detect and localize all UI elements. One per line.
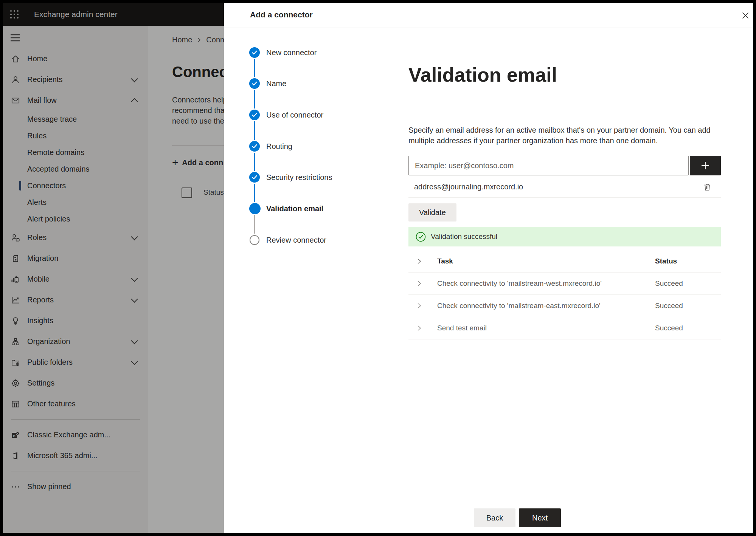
validation-success-banner: Validation successful (408, 227, 721, 246)
step-done-icon (249, 110, 260, 120)
email-address-value: address@journaling.mxrecord.io (414, 183, 523, 191)
wizard-divider (383, 28, 383, 533)
plus-icon (700, 160, 711, 171)
table-row[interactable]: Send test email Succeed (408, 317, 721, 339)
task-cell: Check connectivity to 'mailstream-west.m… (437, 279, 602, 288)
status-cell: Succeed (655, 324, 683, 332)
close-icon[interactable] (739, 9, 752, 22)
add-connector-dialog: Add a connector New connector Name (224, 3, 753, 533)
step-done-icon (249, 47, 260, 58)
step-heading: Validation email (408, 64, 557, 86)
table-header-row: Task Status (408, 251, 721, 271)
table-divider (408, 339, 721, 339)
status-cell: Succeed (655, 279, 683, 288)
validate-button[interactable]: Validate (408, 203, 456, 222)
step-connector-line (254, 184, 255, 202)
success-check-icon (415, 231, 426, 242)
column-header-task: Task (437, 257, 453, 265)
chevron-right-icon[interactable] (414, 257, 424, 266)
step-description: Specify an email address for an active m… (408, 125, 711, 146)
banner-text: Validation successful (431, 232, 497, 241)
dialog-title: Add a connector (250, 10, 313, 19)
step-connector-line (254, 121, 255, 140)
trash-icon[interactable] (702, 181, 713, 193)
add-email-button[interactable] (690, 156, 721, 175)
step-connector-line (254, 153, 255, 171)
step-done-icon (249, 172, 260, 183)
step-current-icon (249, 203, 260, 214)
status-cell: Succeed (655, 302, 683, 310)
dialog-content: Validation email Specify an email addres… (408, 3, 721, 533)
chevron-right-icon[interactable] (414, 301, 424, 310)
back-button[interactable]: Back (474, 508, 515, 527)
step-connector-line (254, 215, 255, 234)
step-connector-line (254, 90, 255, 108)
step-connector-line (254, 59, 255, 77)
next-button[interactable]: Next (519, 508, 561, 527)
table-row[interactable]: Check connectivity to 'mailstream-east.m… (408, 295, 721, 317)
email-address-row: address@journaling.mxrecord.io (408, 177, 721, 198)
task-cell: Send test email (437, 324, 487, 332)
screen: Exchange admin center Home Recipients Ma… (3, 3, 753, 533)
step-done-icon (249, 141, 260, 152)
email-address-input[interactable] (408, 156, 689, 175)
step-upcoming-icon (249, 235, 260, 245)
step-done-icon (249, 78, 260, 89)
table-row[interactable]: Check connectivity to 'mailstream-west.m… (408, 273, 721, 294)
chevron-right-icon[interactable] (414, 279, 424, 288)
chevron-right-icon[interactable] (414, 324, 424, 333)
task-cell: Check connectivity to 'mailstream-east.m… (437, 302, 601, 310)
column-header-status: Status (655, 257, 677, 265)
